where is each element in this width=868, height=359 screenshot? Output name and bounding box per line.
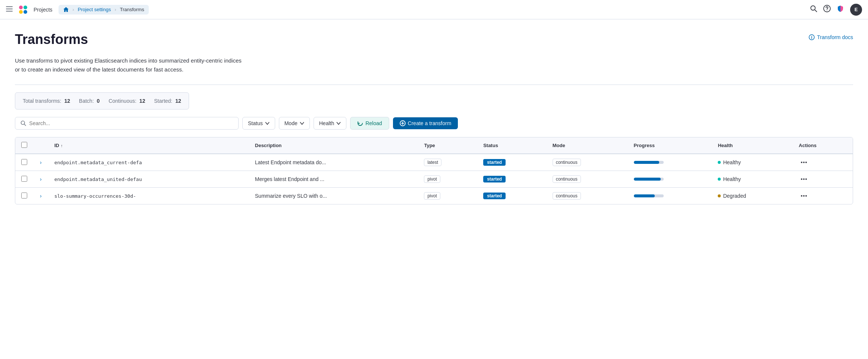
page-title: Transforms: [15, 31, 88, 47]
section-divider: [15, 85, 853, 85]
row-checkbox-cell-2[interactable]: [15, 188, 33, 204]
row-checkbox-2[interactable]: [21, 193, 27, 198]
description-column-header[interactable]: Description: [249, 137, 418, 154]
app-logo: [17, 4, 29, 16]
mode-column-header[interactable]: Mode: [547, 137, 628, 154]
search-input[interactable]: [29, 120, 233, 126]
actions-column-header: Actions: [793, 137, 853, 154]
select-all-checkbox[interactable]: [21, 142, 27, 148]
project-settings-breadcrumb[interactable]: Project settings: [75, 6, 114, 13]
expand-button-0[interactable]: ›: [39, 159, 43, 166]
top-navigation: Projects › Project settings › Transforms: [0, 0, 868, 19]
row-status-2: started: [477, 188, 547, 204]
page-header: Transforms Transform docs: [15, 31, 853, 47]
svg-point-10: [827, 10, 827, 11]
row-type-2: pivot: [418, 188, 477, 204]
table-row: › slo-summary-occurrences-30d- Summarize…: [15, 188, 853, 204]
row-id-2: slo-summary-occurrences-30d-: [48, 188, 249, 204]
toolbar: Status Mode Health Reload: [15, 117, 853, 130]
row-actions-2[interactable]: [793, 188, 853, 204]
total-label: Total transforms:: [23, 98, 61, 104]
svg-line-8: [815, 10, 817, 12]
reload-icon: [357, 120, 363, 126]
row-actions-1[interactable]: [793, 171, 853, 188]
batch-value: 0: [97, 98, 100, 104]
id-column-header[interactable]: ID ↑: [48, 137, 249, 154]
row-expand-cell-1[interactable]: ›: [33, 171, 48, 188]
svg-rect-0: [6, 6, 13, 7]
sidebar-toggle[interactable]: [6, 6, 13, 13]
row-expand-cell-0[interactable]: ›: [33, 154, 48, 171]
svg-point-3: [19, 6, 23, 9]
type-column-header[interactable]: Type: [418, 137, 477, 154]
row-status-0: started: [477, 154, 547, 171]
row-status-1: started: [477, 171, 547, 188]
stats-bar: Total transforms: 12 Batch: 0 Continuous…: [15, 92, 189, 109]
row-progress-0: [628, 154, 712, 171]
search-icon: [21, 120, 26, 126]
svg-rect-2: [6, 11, 13, 12]
row-id-1: endpoint.metadata_united-defau: [48, 171, 249, 188]
health-filter[interactable]: Health: [314, 117, 346, 130]
shield-icon[interactable]: [837, 5, 844, 14]
progress-column-header[interactable]: Progress: [628, 137, 712, 154]
status-filter[interactable]: Status: [242, 117, 275, 130]
select-all-header[interactable]: [15, 137, 33, 154]
chevron-down-icon: [300, 122, 304, 125]
transforms-table: ID ↑ Description Type Status Mode Progre…: [15, 137, 853, 204]
expand-header: [33, 137, 48, 154]
health-column-header[interactable]: Health: [712, 137, 793, 154]
reload-button[interactable]: Reload: [350, 117, 389, 130]
row-description-1: Merges latest Endpoint and ...: [249, 171, 418, 188]
help-icon[interactable]: [823, 5, 831, 14]
svg-point-7: [811, 6, 815, 10]
started-value: 12: [175, 98, 181, 104]
search-box[interactable]: [15, 117, 239, 130]
table-row: › endpoint.metadata_united-defau Merges …: [15, 171, 853, 188]
row-checkbox-cell-1[interactable]: [15, 171, 33, 188]
row-health-1: Healthy: [712, 171, 793, 188]
projects-label[interactable]: Projects: [34, 7, 53, 13]
svg-point-4: [23, 6, 27, 9]
svg-line-13: [24, 124, 26, 126]
row-type-0: latest: [418, 154, 477, 171]
batch-label: Batch:: [79, 98, 94, 104]
svg-point-5: [19, 10, 23, 14]
expand-button-1[interactable]: ›: [39, 175, 43, 183]
chevron-down-icon: [265, 122, 270, 125]
row-expand-cell-2[interactable]: ›: [33, 188, 48, 204]
row-description-2: Summarize every SLO with o...: [249, 188, 418, 204]
svg-point-6: [23, 10, 27, 14]
row-checkbox-cell-0[interactable]: [15, 154, 33, 171]
row-checkbox-0[interactable]: [21, 159, 27, 165]
user-avatar[interactable]: E: [850, 4, 862, 16]
actions-menu-button-1[interactable]: [799, 178, 809, 181]
row-mode-2: continuous: [547, 188, 628, 204]
breadcrumb-sep-2: ›: [114, 7, 116, 12]
status-column-header[interactable]: Status: [477, 137, 547, 154]
home-breadcrumb[interactable]: [60, 6, 72, 14]
continuous-value: 12: [139, 98, 145, 104]
row-checkbox-1[interactable]: [21, 176, 27, 182]
current-breadcrumb: Transforms: [117, 6, 147, 13]
sort-asc-icon: ↑: [61, 143, 63, 148]
row-id-0: endpoint.metadata_current-defa: [48, 154, 249, 171]
mode-filter[interactable]: Mode: [279, 117, 310, 130]
row-progress-1: [628, 171, 712, 188]
search-icon[interactable]: [810, 5, 817, 14]
expand-button-2[interactable]: ›: [39, 192, 43, 200]
row-type-1: pivot: [418, 171, 477, 188]
breadcrumb-sep-1: ›: [73, 7, 74, 12]
continuous-label: Continuous:: [108, 98, 136, 104]
transform-docs-link[interactable]: Transform docs: [809, 34, 853, 40]
nav-right-actions: E: [810, 4, 862, 16]
row-progress-2: [628, 188, 712, 204]
breadcrumb: › Project settings › Transforms: [59, 5, 149, 15]
svg-point-12: [21, 121, 25, 125]
actions-menu-button-0[interactable]: [799, 161, 809, 164]
create-transform-button[interactable]: Create a transform: [393, 117, 458, 129]
svg-rect-1: [6, 9, 13, 9]
row-actions-0[interactable]: [793, 154, 853, 171]
actions-menu-button-2[interactable]: [799, 194, 809, 197]
chevron-down-icon: [336, 122, 341, 125]
